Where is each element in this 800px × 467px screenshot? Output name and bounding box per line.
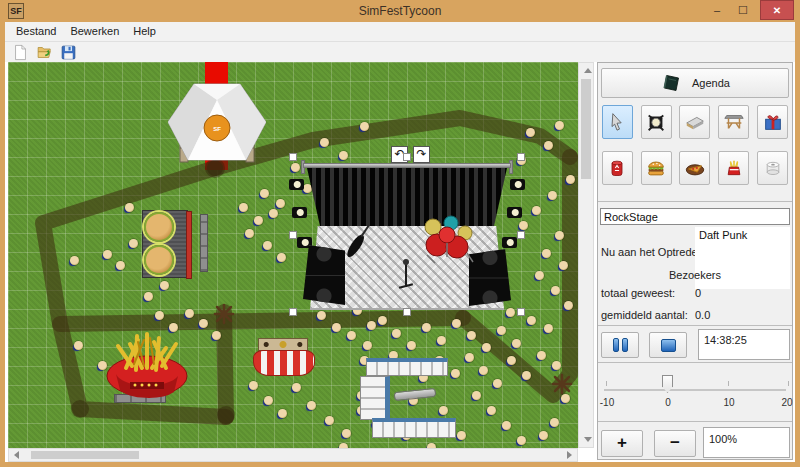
zoom-in-button[interactable]: + bbox=[601, 430, 643, 457]
slider-tick-label: 10 bbox=[723, 397, 734, 408]
visitors-header: Bezoekers bbox=[598, 269, 792, 281]
scroll-up-icon[interactable] bbox=[584, 68, 592, 73]
spotlight-rig bbox=[510, 179, 525, 190]
visitor-dot bbox=[465, 353, 474, 362]
visitor-dot bbox=[360, 122, 369, 131]
menu-bewerken[interactable]: Bewerken bbox=[63, 22, 126, 41]
tool-pointer-button[interactable] bbox=[602, 105, 633, 139]
visitor-dot bbox=[487, 406, 496, 415]
tool-toilet-button[interactable] bbox=[757, 151, 788, 185]
rotate-cw-button[interactable]: ↷ bbox=[413, 146, 430, 163]
rock-stage[interactable] bbox=[293, 157, 521, 312]
visitor-dot bbox=[507, 356, 516, 365]
close-button[interactable]: ✕ bbox=[760, 0, 794, 20]
toilet-cabins[interactable] bbox=[372, 418, 456, 438]
new-file-button[interactable] bbox=[12, 44, 29, 61]
visitor-dot bbox=[254, 216, 263, 225]
selection-handle[interactable] bbox=[517, 308, 525, 316]
pause-button[interactable] bbox=[601, 332, 639, 358]
menu-help[interactable]: Help bbox=[126, 22, 163, 41]
visitor-dot bbox=[497, 326, 506, 335]
entrance-tent[interactable]: SF bbox=[168, 78, 266, 166]
visitor-dot bbox=[392, 329, 401, 338]
toilet-cabins[interactable] bbox=[360, 376, 390, 420]
visitor-dot bbox=[278, 409, 287, 418]
visitor-dot bbox=[532, 206, 541, 215]
selection-handle[interactable] bbox=[517, 153, 525, 161]
visitor-dot bbox=[260, 189, 269, 198]
selection-handle[interactable] bbox=[403, 308, 411, 316]
stop-button[interactable] bbox=[649, 332, 687, 358]
tool-snack-button[interactable] bbox=[679, 151, 710, 185]
visitor-dot bbox=[199, 319, 208, 328]
visitor-dot bbox=[367, 321, 376, 330]
festival-map[interactable]: SF bbox=[8, 62, 578, 448]
scroll-down-icon[interactable] bbox=[584, 437, 592, 442]
now-playing-label: Nu aan het Optreden: bbox=[601, 246, 707, 258]
menu-bestand[interactable]: Bestand bbox=[9, 22, 63, 41]
map-vertical-scrollbar[interactable] bbox=[578, 62, 594, 448]
menu-bar: Bestand Bewerken Help bbox=[5, 22, 795, 42]
selection-handle[interactable] bbox=[517, 231, 525, 239]
tool-gift-button[interactable] bbox=[757, 105, 788, 139]
scroll-right-icon[interactable] bbox=[567, 451, 572, 459]
pointer-icon bbox=[607, 111, 627, 133]
hamburger-stand[interactable] bbox=[134, 210, 196, 278]
snack-stand[interactable] bbox=[253, 350, 315, 376]
stage-truss bbox=[303, 163, 511, 168]
visitor-dot bbox=[457, 431, 466, 440]
toilet-paper-icon bbox=[763, 157, 783, 179]
pause-icon bbox=[613, 338, 619, 352]
horizontal-scroll-thumb[interactable] bbox=[31, 451, 139, 459]
visitor-dot bbox=[544, 324, 553, 333]
visitor-dot bbox=[479, 366, 488, 375]
tool-spotlight-button[interactable] bbox=[641, 105, 672, 139]
map-horizontal-scrollbar[interactable] bbox=[8, 448, 578, 462]
selection-handle[interactable] bbox=[289, 153, 297, 161]
visitor-dot bbox=[332, 323, 341, 332]
scaffold-icon bbox=[723, 111, 745, 133]
tool-stage-button[interactable] bbox=[679, 105, 710, 139]
toilet-cabins[interactable] bbox=[366, 358, 448, 376]
agenda-label: Agenda bbox=[692, 77, 730, 89]
visitor-dot bbox=[264, 396, 273, 405]
visitor-dot bbox=[517, 436, 526, 445]
selection-handle[interactable] bbox=[403, 153, 411, 161]
average-visitors-value: 0.0 bbox=[695, 309, 710, 321]
vertical-scroll-thumb[interactable] bbox=[581, 79, 591, 179]
visitor-dot bbox=[269, 209, 278, 218]
clock-display: 14:38:25 bbox=[698, 329, 790, 360]
zoom-out-button[interactable]: − bbox=[654, 430, 696, 457]
tent-logo-text: SF bbox=[213, 126, 221, 132]
visitor-dot bbox=[537, 351, 546, 360]
slider-tick-label: -10 bbox=[600, 397, 614, 408]
selection-handle[interactable] bbox=[289, 308, 297, 316]
content-area: SF bbox=[5, 62, 795, 462]
stage-name-input[interactable] bbox=[600, 208, 790, 225]
title-bar[interactable]: SF SimFestTycoon – ☐ ✕ bbox=[0, 0, 800, 22]
tool-fries-button[interactable] bbox=[718, 151, 749, 185]
tool-trashcan-button[interactable] bbox=[602, 151, 633, 185]
speaker-stack bbox=[303, 245, 345, 305]
tool-scaffold-button[interactable] bbox=[718, 105, 749, 139]
save-button[interactable] bbox=[60, 44, 77, 61]
fries-stand[interactable] bbox=[104, 324, 190, 400]
spotlight-rig bbox=[292, 207, 307, 218]
visitor-dot bbox=[320, 138, 329, 147]
minimize-button[interactable]: – bbox=[704, 0, 730, 20]
total-visitors-label: totaal geweest: bbox=[601, 287, 675, 299]
visitor-dot bbox=[263, 241, 272, 250]
visitor-dot bbox=[535, 271, 544, 280]
visitor-dot bbox=[212, 331, 221, 340]
scroll-left-icon[interactable] bbox=[14, 451, 19, 459]
bench[interactable] bbox=[200, 214, 208, 272]
selection-handle[interactable] bbox=[289, 231, 297, 239]
visitor-dot bbox=[451, 369, 460, 378]
stage-piece-icon bbox=[684, 111, 706, 133]
agenda-button[interactable]: Agenda bbox=[601, 68, 789, 98]
maximize-button[interactable]: ☐ bbox=[730, 0, 756, 20]
open-file-button[interactable] bbox=[36, 44, 53, 61]
speed-slider-track[interactable] bbox=[604, 389, 786, 391]
visitor-dot bbox=[561, 394, 570, 403]
tool-hamburger-button[interactable] bbox=[641, 151, 672, 185]
